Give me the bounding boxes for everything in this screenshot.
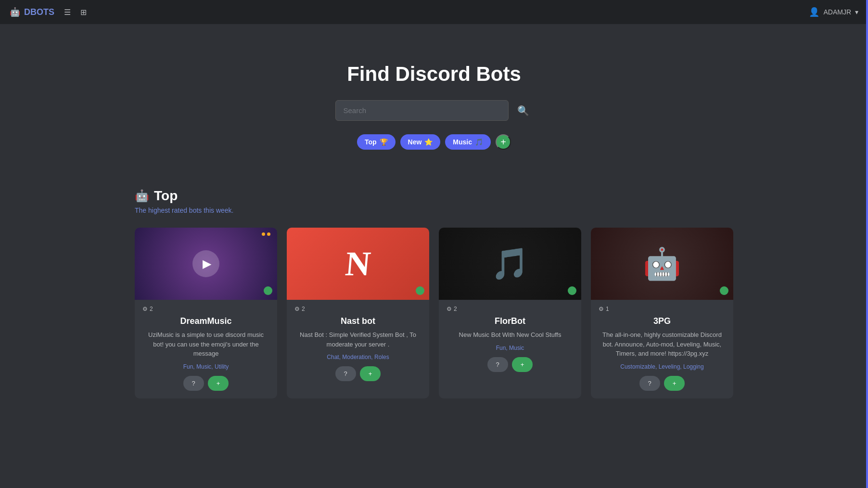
music-label: Music bbox=[453, 138, 472, 146]
new-icon: ⭐ bbox=[424, 138, 433, 146]
username-label: ADAMJR bbox=[823, 8, 851, 16]
nav-list-icon[interactable]: ☰ bbox=[62, 6, 73, 19]
section-subtitle: The highest rated bots this week. bbox=[135, 206, 733, 214]
filter-tags: Top 🏆 New ⭐ Music 🎵 + bbox=[357, 134, 511, 150]
search-icon: 🔍 bbox=[517, 105, 529, 116]
server-count-3pg: ⚙ 1 bbox=[599, 306, 726, 312]
online-dot-florbot bbox=[568, 286, 576, 295]
music-icon: 🎵 bbox=[475, 138, 483, 146]
section-title: Top bbox=[154, 188, 178, 204]
filter-add-button[interactable]: + bbox=[496, 134, 511, 150]
top-section: 🤖 Top The highest rated bots this week. … bbox=[0, 169, 868, 427]
bot-card-nastbot: N ⚙ 2 Nast bot Nast Bot : Simple Verifie… bbox=[287, 228, 429, 398]
user-menu[interactable]: 👤 ADAMJR ▾ bbox=[809, 7, 858, 17]
navbar-left: 🤖 DBOTS ☰ ⊞ bbox=[10, 6, 89, 19]
search-button[interactable]: 🔍 bbox=[513, 101, 533, 120]
online-dot-dreammusic bbox=[264, 286, 272, 295]
server-icon: ⚙ bbox=[142, 306, 148, 312]
card-actions-nastbot: ? + bbox=[294, 366, 421, 381]
server-icon: ⚙ bbox=[294, 306, 300, 312]
server-count-label: 2 bbox=[150, 306, 153, 312]
logo-text: DBOTS bbox=[24, 7, 54, 17]
play-icon: ▶ bbox=[192, 250, 219, 277]
robot-emoji-icon: 🤖 bbox=[643, 246, 681, 282]
section-header: 🤖 Top bbox=[135, 188, 733, 204]
bot-description-florbot: New Music Bot With New Cool Stuffs bbox=[447, 330, 574, 340]
server-count-dreammusic: ⚙ 2 bbox=[142, 306, 269, 312]
list-icon: ☰ bbox=[64, 8, 71, 16]
bot-tags-dreammusic: Fun, Music, Utility bbox=[142, 363, 269, 370]
filter-new-button[interactable]: New ⭐ bbox=[400, 134, 441, 150]
server-count-label: 2 bbox=[302, 306, 305, 312]
navbar: 🤖 DBOTS ☰ ⊞ 👤 ADAMJR ▾ bbox=[0, 0, 868, 24]
card-image-florbot: 🎵 bbox=[439, 228, 581, 300]
hero-section: Find Discord Bots 🔍 Top 🏆 New ⭐ Music 🎵 … bbox=[0, 24, 868, 169]
bot-tags-florbot: Fun, Music bbox=[447, 345, 574, 351]
add-icon: + bbox=[500, 137, 506, 148]
nav-grid-icon[interactable]: ⊞ bbox=[78, 6, 89, 19]
right-edge-accent bbox=[866, 0, 868, 488]
bots-grid: ▶ ⚙ 2 DreamMusic UziMusic is a simple to… bbox=[135, 228, 733, 398]
new-label: New bbox=[408, 138, 422, 146]
dropdown-arrow-icon: ▾ bbox=[855, 8, 858, 16]
filter-music-button[interactable]: Music 🎵 bbox=[445, 134, 491, 150]
card-actions-dreammusic: ? + bbox=[142, 376, 269, 391]
user-avatar-icon: 👤 bbox=[809, 7, 819, 17]
bot-avatar-florbot: 🎵 bbox=[439, 228, 581, 300]
hero-title: Find Discord Bots bbox=[347, 63, 521, 86]
nav-icons: ☰ ⊞ bbox=[62, 6, 89, 19]
bot-name-dreammusic: DreamMusic bbox=[142, 316, 269, 326]
card-body-dreammusic: ⚙ 2 DreamMusic UziMusic is a simple to u… bbox=[135, 300, 277, 398]
info-button-nastbot[interactable]: ? bbox=[335, 366, 356, 381]
bot-description-nastbot: Nast Bot : Simple Verified System Bot , … bbox=[294, 330, 421, 349]
card-actions-florbot: ? + bbox=[447, 357, 574, 372]
info-button-3pg[interactable]: ? bbox=[639, 376, 660, 391]
online-dot-3pg bbox=[720, 286, 728, 295]
add-button-3pg[interactable]: + bbox=[664, 376, 685, 391]
section-robot-icon: 🤖 bbox=[135, 189, 149, 203]
card-actions-3pg: ? + bbox=[599, 376, 726, 391]
bot-name-florbot: FlorBot bbox=[447, 316, 574, 326]
top-icon: 🏆 bbox=[380, 138, 388, 146]
bot-tags-nastbot: Chat, Moderation, Roles bbox=[294, 354, 421, 360]
bot-avatar-3pg: 🤖 bbox=[591, 228, 733, 300]
search-row: 🔍 bbox=[335, 100, 533, 121]
card-body-nastbot: ⚙ 2 Nast bot Nast Bot : Simple Verified … bbox=[287, 300, 429, 389]
card-body-3pg: ⚙ 1 3PG The all-in-one, highly customiza… bbox=[591, 300, 733, 398]
bot-avatar-dreammusic: ▶ bbox=[135, 228, 277, 300]
bot-description-3pg: The all-in-one, highly customizable Disc… bbox=[599, 330, 726, 359]
music-note-icon: 🎵 bbox=[491, 246, 529, 282]
server-count-nastbot: ⚙ 2 bbox=[294, 306, 421, 312]
filter-top-button[interactable]: Top 🏆 bbox=[357, 134, 396, 150]
nast-letter: N bbox=[344, 244, 372, 284]
bot-description-dreammusic: UziMusic is a simple to use discord musi… bbox=[142, 330, 269, 359]
logo[interactable]: 🤖 DBOTS bbox=[10, 7, 54, 17]
top-label: Top bbox=[365, 138, 377, 146]
server-count-florbot: ⚙ 2 bbox=[447, 306, 574, 312]
bot-name-nastbot: Nast bot bbox=[294, 316, 421, 326]
server-icon: ⚙ bbox=[599, 306, 604, 312]
bot-tags-3pg: Customizable, Leveling, Logging bbox=[599, 363, 726, 370]
card-image-nastbot: N bbox=[287, 228, 429, 300]
online-dot-nastbot bbox=[416, 286, 424, 295]
info-button-dreammusic[interactable]: ? bbox=[183, 376, 204, 391]
bot-avatar-nastbot: N bbox=[287, 228, 429, 300]
bot-card-florbot: 🎵 ⚙ 2 FlorBot New Music Bot With New Coo… bbox=[439, 228, 581, 398]
grid-icon: ⊞ bbox=[80, 8, 87, 16]
add-button-florbot[interactable]: + bbox=[512, 357, 533, 372]
add-button-nastbot[interactable]: + bbox=[360, 366, 381, 381]
server-count-label: 1 bbox=[606, 306, 609, 312]
logo-icon: 🤖 bbox=[10, 7, 20, 17]
card-image-dreammusic: ▶ bbox=[135, 228, 277, 300]
card-image-3pg: 🤖 bbox=[591, 228, 733, 300]
info-button-florbot[interactable]: ? bbox=[487, 357, 508, 372]
server-count-label: 2 bbox=[454, 306, 457, 312]
bot-card-3pg: 🤖 ⚙ 1 3PG The all-in-one, highly customi… bbox=[591, 228, 733, 398]
add-button-dreammusic[interactable]: + bbox=[208, 376, 229, 391]
bot-card-dreammusic: ▶ ⚙ 2 DreamMusic UziMusic is a simple to… bbox=[135, 228, 277, 398]
server-icon: ⚙ bbox=[447, 306, 452, 312]
search-input[interactable] bbox=[335, 100, 509, 121]
card-body-florbot: ⚙ 2 FlorBot New Music Bot With New Cool … bbox=[439, 300, 581, 380]
bot-name-3pg: 3PG bbox=[599, 316, 726, 326]
